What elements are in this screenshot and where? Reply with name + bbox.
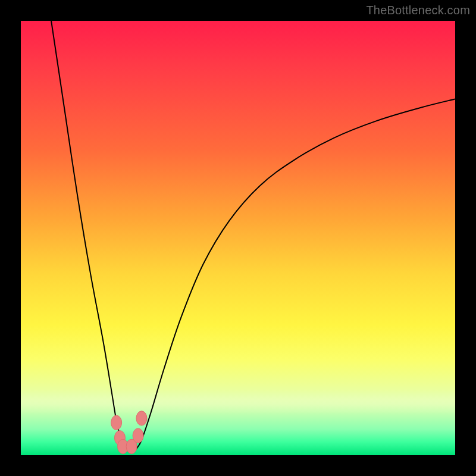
marker-dot xyxy=(126,439,137,453)
chart-container: TheBottleneck.com xyxy=(0,0,476,476)
curve-markers xyxy=(111,411,147,454)
marker-dot xyxy=(114,431,125,445)
pale-band xyxy=(21,390,455,414)
marker-dot xyxy=(111,415,122,430)
marker-dot xyxy=(133,428,143,443)
watermark-label: TheBottleneck.com xyxy=(366,4,470,17)
plot-area xyxy=(21,21,455,455)
bottleneck-curve xyxy=(51,21,455,452)
marker-dot xyxy=(118,439,129,453)
